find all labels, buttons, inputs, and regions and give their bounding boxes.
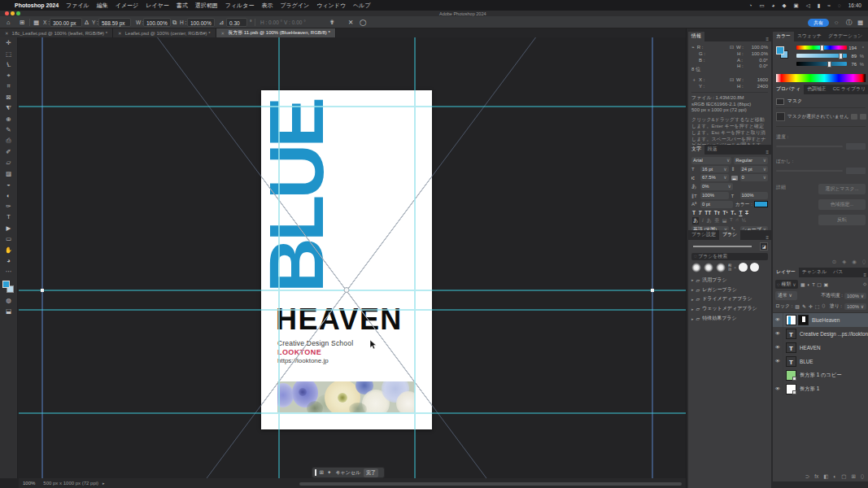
taskbar-option-icon[interactable]: ⊞ <box>320 469 324 476</box>
tab-cc-libraries[interactable]: CC ライブラリ <box>830 85 868 94</box>
lock-pixels-icon[interactable]: ✎ <box>802 304 806 309</box>
text-layer-thumbnail[interactable]: T <box>786 356 796 367</box>
tab-brush-settings[interactable]: ブラシ設定 <box>688 230 719 240</box>
tab-info[interactable]: 情報 <box>688 32 704 41</box>
menu-layer[interactable]: レイヤー <box>146 2 169 10</box>
shape-layer-thumbnail[interactable] <box>786 370 796 381</box>
layer-effects-icon[interactable]: fx <box>814 473 818 480</box>
tab-layers[interactable]: レイヤー <box>773 268 799 277</box>
filter-smart-icon[interactable]: ▣ <box>823 282 828 287</box>
opacity-field[interactable]: 100% ∨ <box>844 293 866 299</box>
saturation-slider[interactable] <box>796 54 847 58</box>
status-icon-keyboard[interactable]: ▣ <box>794 2 799 9</box>
type-tool[interactable]: T <box>1 211 17 222</box>
delete-mask-icon[interactable]: ⬯ <box>862 259 866 265</box>
layer-filter-type[interactable]: ◌種類∨ <box>775 280 798 289</box>
layer-row-rect-copy[interactable]: 長方形 1 のコピー <box>773 368 868 382</box>
grid-icon[interactable]: ⊞ <box>20 18 24 27</box>
screen-mode-icon[interactable]: ⬓ <box>1 306 17 316</box>
object-selection-tool[interactable]: ⌖ <box>1 70 17 81</box>
brush-tool[interactable]: ✎ <box>1 124 17 135</box>
horizontal-scale-field[interactable]: 100% <box>740 192 769 199</box>
layer-visibility-icon[interactable]: 👁 <box>773 341 783 355</box>
text-layer-thumbnail[interactable]: T <box>786 329 796 339</box>
type-feature-buttons[interactable]: あⅈあ亜⬓T⑁⅟ₓ <box>692 217 768 224</box>
layer-visibility-icon[interactable]: 👁 <box>773 382 783 396</box>
status-icon-display[interactable]: ▭ <box>759 2 764 9</box>
taskbar-more-icon[interactable]: ✦ <box>327 469 331 476</box>
layer-visibility-icon[interactable]: 👁 <box>773 355 783 368</box>
select-and-mask-button[interactable]: 選択とマスク... <box>818 184 866 194</box>
gradient-tool[interactable]: ▨ <box>1 168 17 179</box>
add-vector-mask-icon[interactable] <box>860 114 866 120</box>
status-icon-shield[interactable]: ◆ <box>783 2 787 9</box>
tab-swatches[interactable]: スウォッチ <box>794 32 825 41</box>
rotate-angle-icon[interactable]: ⊿ <box>219 18 224 27</box>
tab-brushes[interactable]: ブラシ <box>719 230 740 240</box>
toggle-mask-icon[interactable]: ◉ <box>852 259 857 265</box>
tab-character[interactable]: 文字 <box>688 145 704 155</box>
minimize-window-button[interactable] <box>11 11 15 15</box>
brightness-slider[interactable] <box>796 62 847 66</box>
share-button[interactable]: 共有 <box>808 19 829 27</box>
crop-tool[interactable]: ⌗ <box>1 81 17 92</box>
brush-folder-1[interactable]: ▸▱汎用ブラシ <box>691 276 768 285</box>
path-selection-tool[interactable]: ▶ <box>1 223 17 233</box>
layer-row-blueheaven[interactable]: 👁 BlueHeaven <box>773 313 868 327</box>
filter-toggle-icon[interactable]: ⬦ <box>863 281 866 287</box>
new-layer-icon[interactable]: ⊞ <box>851 473 855 480</box>
menu-edit[interactable]: 編集 <box>97 2 108 10</box>
blend-mode-select[interactable]: 通常 ∨ <box>775 291 797 300</box>
skew-fields[interactable]: H : 0.00 ° V : 0.00 ° <box>260 18 306 27</box>
cancel-button[interactable]: キャンセル <box>335 469 360 477</box>
filter-shape-icon[interactable]: ▢ <box>817 282 822 287</box>
document-tab-2[interactable]: ✕Leaflet.psd @ 100% (center, RGB/8#) * <box>113 28 216 37</box>
apply-mask-icon[interactable]: ◈ <box>842 259 846 265</box>
text-color-swatch[interactable] <box>754 201 768 207</box>
tab-color[interactable]: カラー <box>773 32 794 41</box>
font-style-select[interactable]: Regular∨ <box>734 157 768 164</box>
canvas-workspace[interactable]: BLUE HEAVEN Creative Design School LOOKT… <box>19 37 686 478</box>
font-size-field[interactable]: 16 pt∨ <box>700 166 729 173</box>
clone-stamp-tool[interactable]: ⎙ <box>1 136 17 146</box>
menu-image[interactable]: イメージ <box>116 2 139 10</box>
menu-window[interactable]: ウィンドウ <box>316 2 346 10</box>
angle-field[interactable]: 0.30 <box>226 18 247 27</box>
marquee-tool[interactable]: ⬚ <box>1 48 17 59</box>
brush-folder-3[interactable]: ▸▱ドライメディアブラシ <box>691 294 768 304</box>
menu-select[interactable]: 選択範囲 <box>195 2 218 10</box>
menu-file[interactable]: ファイル <box>66 2 89 10</box>
brush-presets[interactable]: 般目 ◦ <box>691 263 768 272</box>
app-menu[interactable]: Photoshop 2024 <box>15 2 59 8</box>
hue-slider[interactable] <box>796 46 847 50</box>
fg-bg-swatches[interactable] <box>776 46 791 61</box>
layer-row-blue[interactable]: 👁 T BLUE <box>773 355 868 368</box>
layer-row-creative[interactable]: 👁 T Creative Design ...ps://looktone.jp <box>773 327 868 341</box>
tsume-field[interactable]: 0%∨ <box>700 183 733 190</box>
healing-tool[interactable]: ⊕ <box>1 114 17 124</box>
lock-all-icon[interactable]: ⬯ <box>822 303 825 309</box>
status-icon-camera[interactable]: ◔ <box>749 2 752 8</box>
layer-row-rect[interactable]: 👁 長方形 1 <box>773 382 868 396</box>
link-layers-icon[interactable]: ⊃ <box>805 473 809 480</box>
horizontal-scrollbar[interactable] <box>299 482 682 486</box>
menu-filter[interactable]: フィルター <box>225 2 255 10</box>
status-icon-battery[interactable]: ▮ <box>818 2 821 9</box>
document-canvas[interactable]: BLUE HEAVEN Creative Design School LOOKT… <box>261 90 432 429</box>
layer-visibility-icon[interactable]: 👁 <box>773 327 783 341</box>
tab-paths[interactable]: パス <box>830 268 846 277</box>
w-field[interactable]: 100.00% <box>143 18 171 27</box>
delete-layer-icon[interactable]: ⬯ <box>861 473 864 480</box>
search-icon[interactable]: ◌ <box>835 18 838 27</box>
hue-value[interactable]: 194 <box>848 46 857 50</box>
font-family-select[interactable]: Arial∨ <box>691 157 731 164</box>
add-mask-icon[interactable]: ◧ <box>823 473 828 480</box>
done-button[interactable]: 完了 <box>364 468 378 477</box>
fill-field[interactable]: 100% ∨ <box>844 303 866 310</box>
tab-paragraph[interactable]: 段落 <box>704 145 721 155</box>
close-tab-icon[interactable]: ✕ <box>118 31 122 36</box>
kerning-field[interactable]: 67.5%∨ <box>700 174 729 181</box>
help-circle-icon[interactable]: ⓘ <box>846 18 853 27</box>
home-icon[interactable]: ⌂ <box>7 18 11 27</box>
taskbar-grip[interactable] <box>315 469 316 476</box>
